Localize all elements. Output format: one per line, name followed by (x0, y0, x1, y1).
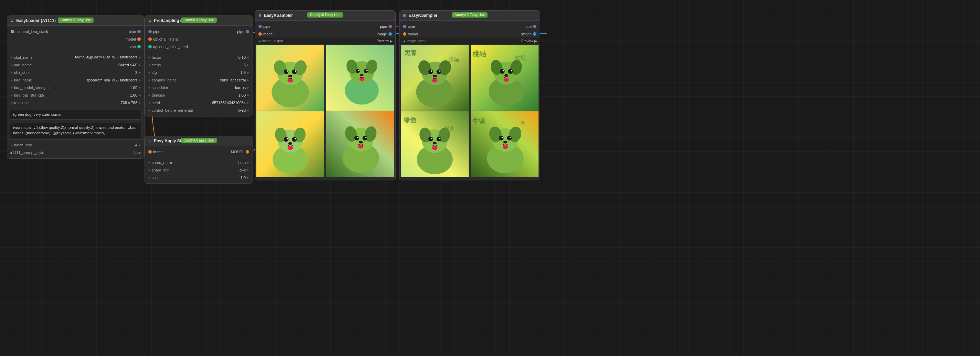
easyks1-title: EasyKSampler (264, 13, 293, 18)
share-norm-value[interactable]: both ► (239, 160, 250, 165)
easyks2-preview-btn[interactable]: Preview ▶ (521, 39, 537, 43)
port-label-model: model (126, 37, 136, 41)
control-label: ◄ control_before_generate (148, 108, 193, 112)
easyks1-port-model-in-label: model (263, 32, 274, 36)
param-factor: ◄ factor 0.10 ► (145, 54, 253, 61)
port-pipe-out-label: pipe (237, 30, 244, 34)
svg-point-52 (436, 70, 441, 74)
svg-point-20 (360, 74, 364, 76)
easyks1-body: pipe pipe model image ◄ image_output (255, 21, 395, 180)
easyks1-preview-btn[interactable]: Preview ▶ (377, 39, 393, 43)
scale-value[interactable]: 1.0 ► (240, 176, 250, 180)
svg-text:桃结: 桃结 (472, 50, 487, 58)
svg-point-64 (500, 69, 505, 74)
port-dot-vae[interactable] (137, 45, 141, 49)
sampler-value[interactable]: euler_ancestral ► (220, 78, 250, 82)
port-dot-pipe[interactable] (137, 30, 141, 33)
easyks2-port-pipe-in-dot[interactable] (403, 25, 406, 28)
divider-2 (7, 108, 144, 108)
easyks2-body: pipe pipe model image ◄ image_output (399, 21, 540, 180)
svg-point-91 (507, 136, 512, 141)
scale-label: ◄ scale (148, 176, 161, 180)
port-dot-model-in-sa[interactable] (148, 150, 152, 153)
svg-point-6 (292, 70, 297, 74)
menu-icon: ≡ (11, 18, 13, 24)
easyks1-port-pipe-in-dot[interactable] (258, 25, 262, 28)
easyks1-port-image-out-label: image (377, 32, 387, 36)
lora-label: ◄ lora_name (10, 78, 32, 82)
negative-prompt[interactable]: (worst quality:2),(low quality:2),(norma… (10, 123, 142, 138)
lora-clip-value[interactable]: 1.00 ► (130, 93, 142, 97)
easyks1-port-pipe-out-dot[interactable] (388, 25, 392, 28)
svg-point-16 (356, 69, 360, 73)
lora-model-value[interactable]: 1.00 ► (130, 85, 142, 90)
steps-value[interactable]: 5 ► (243, 63, 250, 67)
port-dot-model[interactable] (137, 38, 141, 41)
stylealign-menu-icon: ≡ (148, 138, 151, 144)
denoise-label: ◄ denoise (148, 93, 165, 97)
svg-point-42 (359, 141, 363, 144)
lora-value[interactable]: speed\lcm_lora_v1-5.safetensors ► (87, 78, 142, 82)
port-MODEL-out-label-sa: MODEL (231, 150, 244, 154)
port-dot-pipe-out[interactable] (246, 30, 249, 33)
param-resolution: ◄ resolution 768 x 768 ► (7, 99, 144, 106)
port-label-lora: optional_lora_stack (16, 30, 48, 34)
vae-value[interactable]: Baked VAE ► (118, 63, 142, 67)
cfg-value[interactable]: 1.5 ► (240, 70, 250, 74)
port-dot-latent[interactable] (148, 38, 152, 41)
svg-point-32 (288, 146, 293, 150)
presampling-node: ComfyUI Easy Use ≡ PreSampling (NoiseIn)… (145, 16, 253, 117)
easyks2-port-model-in-label: model (408, 32, 418, 36)
easyloader-badge: ComfyUI Easy Use (58, 17, 94, 23)
easyks2-port-model-in-dot[interactable] (403, 32, 406, 36)
easyks1-port-image-out-dot[interactable] (388, 32, 392, 36)
batch-value[interactable]: 4 ► (135, 143, 142, 147)
easyks1-port-model-in-dot[interactable] (258, 32, 262, 36)
easyks1-menu-icon: ≡ (258, 13, 261, 18)
seed-value[interactable]: 8571832434210034 ► (212, 101, 250, 105)
presampling-menu-icon: ≡ (148, 18, 151, 24)
easyks2-img-2: 桃结 魔规 (470, 45, 539, 111)
svg-point-41 (365, 137, 366, 138)
svg-point-77 (428, 137, 433, 142)
easyks2-port-image-out-label: image (521, 32, 531, 36)
easyks2-port-pipe-out-dot[interactable] (533, 25, 536, 28)
port-model-in-label-sa: model (153, 150, 164, 154)
svg-point-8 (294, 70, 296, 72)
resolution-value[interactable]: 768 x 768 ► (121, 101, 142, 105)
easyks2-port-image-out-dot[interactable] (533, 32, 536, 36)
easyks1-img-1 (256, 45, 325, 111)
svg-point-19 (366, 70, 368, 71)
easyks1-image-grid (255, 44, 395, 178)
easyks2-badge: ComfyUI Easy Use (452, 13, 488, 17)
factor-value[interactable]: 0.10 ► (239, 55, 250, 59)
positive-prompt[interactable]: (green dog) very cute, comic (10, 110, 142, 120)
port-dot-MODEL-out-sa[interactable] (246, 150, 249, 153)
scheduler-value[interactable]: karras ► (235, 85, 250, 90)
ckpt-value[interactable]: Anime|动漫Gostly Cute_v1.0.safetensors ► (75, 55, 142, 60)
port-row-optional-lora: optional_lora_stack pipe (7, 28, 144, 35)
svg-point-53 (431, 70, 433, 72)
param-lora-model: ◄ lora_model_strength 1.00 ► (7, 84, 144, 92)
port-dot-pipe-in[interactable] (148, 30, 152, 33)
svg-point-43 (358, 144, 364, 149)
param-ckpt: ◄ ckpt_name Anime|动漫Gostly Cute_v1.0.saf… (7, 54, 144, 61)
easyks1-badge: ComfyUI Easy Use (307, 13, 343, 17)
svg-point-21 (360, 78, 364, 81)
clip-value[interactable]: -2 ► (134, 70, 142, 74)
port-label-vae: vae (130, 45, 136, 49)
param-scale: ◄ scale 1.0 ► (145, 174, 253, 182)
svg-point-81 (433, 142, 437, 145)
svg-point-7 (286, 70, 288, 72)
port-dot-lora[interactable] (11, 30, 14, 33)
control-value[interactable]: fixed ► (238, 108, 250, 112)
stylealign-port-model: model MODEL (145, 148, 253, 156)
clip-label: ◄ clip_skip (10, 70, 29, 74)
port-dot-noise[interactable] (148, 45, 152, 49)
svg-point-56 (432, 78, 438, 82)
share-attn-value[interactable]: q+k ► (240, 168, 250, 172)
a1111-value[interactable]: false (134, 150, 142, 155)
denoise-value[interactable]: 1.00 ► (239, 93, 250, 97)
svg-point-18 (358, 70, 360, 71)
port-noise-label: optional_noise_seed (153, 45, 188, 49)
